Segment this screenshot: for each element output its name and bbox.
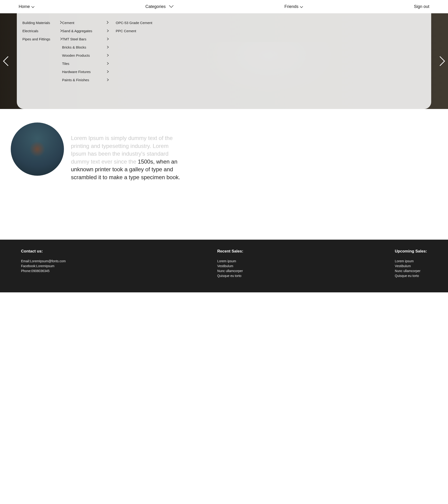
categories-mega-menu: Building Materials Electricals Pipes and… <box>17 13 431 109</box>
footer-upcoming-sales: Upcoming Sales: Lorem ipsum Vestibulum N… <box>395 249 427 278</box>
footer-upcoming-title: Upcoming Sales: <box>395 249 427 254</box>
menu-item-opc53-cement[interactable]: OPC-53 Grade Cement <box>116 20 152 25</box>
nav-home[interactable]: Home <box>19 4 35 9</box>
carousel-next-button[interactable] <box>439 55 446 67</box>
menu-item-tiles[interactable]: Tiles <box>62 61 109 66</box>
menu-item-paints-finishes[interactable]: Paints & Finishes <box>62 77 109 82</box>
nav-categories-label: Categories <box>145 4 166 9</box>
menu-label: Pipes and Fittings <box>22 37 50 41</box>
chevron-right-icon <box>107 78 109 82</box>
menu-label: Tiles <box>62 62 69 66</box>
menu-label: Paints & Finishes <box>62 78 89 82</box>
footer-upcoming-item[interactable]: Lorem ipsum <box>395 259 427 264</box>
menu-item-wooden-products[interactable]: Wooden Products <box>62 53 109 58</box>
footer-recent-item[interactable]: Vestibulum <box>217 264 243 269</box>
footer-upcoming-item[interactable]: Nunc ullamcorper <box>395 269 427 273</box>
chevron-right-icon <box>107 54 109 57</box>
footer-recent-item[interactable]: Quisque eu torto <box>217 273 243 278</box>
menu-item-hardware-fixtures[interactable]: Hardware Fixtures <box>62 69 109 74</box>
footer-contact-email: Email:LoremIpsum@fonts.com <box>21 259 66 264</box>
menu-item-electricals[interactable]: Electricals <box>22 28 62 33</box>
nav-categories[interactable]: Categories <box>145 4 174 9</box>
chevron-right-icon <box>107 21 109 25</box>
menu-item-building-materials[interactable]: Building Materials <box>22 20 62 25</box>
chevron-right-icon <box>107 70 109 74</box>
menu-item-sand-aggregates[interactable]: Sand & Aggregates <box>62 28 109 33</box>
nav-friends-label: Friends <box>285 4 298 9</box>
chevron-right-icon <box>107 29 109 33</box>
menu-item-tmt-steel[interactable]: TMT Steel Bars <box>62 37 109 41</box>
nav-signout-label: Sign out <box>414 4 429 9</box>
chevron-right-icon <box>60 37 62 41</box>
footer-upcoming-item[interactable]: Quisque eu torto <box>395 273 427 278</box>
chevron-down-icon <box>31 4 35 9</box>
menu-label: Building Materials <box>22 21 50 25</box>
footer-contact-facebook: Facebook:LoremIpsum <box>21 264 66 269</box>
nav-signout[interactable]: Sign out <box>414 4 429 9</box>
chevron-right-icon <box>107 37 109 41</box>
chevron-right-icon <box>60 29 62 33</box>
footer-contact: Contact us: Email:LoremIpsum@fonts.com F… <box>21 249 66 278</box>
footer-upcoming-item[interactable]: Vestibulum <box>395 264 427 269</box>
chevron-right-icon <box>60 21 62 25</box>
menu-label: Wooden Products <box>62 54 90 57</box>
chevron-right-icon <box>107 45 109 49</box>
footer-contact-title: Contact us: <box>21 249 66 254</box>
page-footer: Contact us: Email:LoremIpsum@fonts.com F… <box>0 240 448 292</box>
menu-label: Electricals <box>22 29 38 33</box>
top-nav: Home Categories Friends Sign out <box>0 0 448 13</box>
chevron-down-icon <box>300 4 303 9</box>
menu-label: PPC Cement <box>116 29 136 33</box>
chevron-right-icon <box>107 62 109 66</box>
footer-recent-sales: Recent Sales: Lorem ipsum Vestibulum Nun… <box>217 249 243 278</box>
avatar-face <box>29 141 45 157</box>
footer-recent-item[interactable]: Lorem ipsum <box>217 259 243 264</box>
nav-friends[interactable]: Friends <box>285 4 303 9</box>
menu-column-2: Cement Sand & Aggregates TMT Steel Bars … <box>62 20 109 102</box>
footer-contact-phone: Phone:0908036345 <box>21 269 66 273</box>
footer-recent-item[interactable]: Nunc ullamcorper <box>217 269 243 273</box>
chevron-down-icon <box>169 4 174 9</box>
menu-label: Bricks & Blocks <box>62 45 86 49</box>
testimonial-section: Lorem Ipsum is simply dummy text of the … <box>0 109 448 240</box>
menu-label: Cement <box>62 21 74 25</box>
testimonial-avatar <box>11 123 64 176</box>
testimonial-text: Lorem Ipsum is simply dummy text of the … <box>71 123 183 181</box>
menu-label: OPC-53 Grade Cement <box>116 21 152 25</box>
carousel-prev-button[interactable] <box>2 55 9 67</box>
menu-label: Sand & Aggregates <box>62 29 92 33</box>
footer-recent-title: Recent Sales: <box>217 249 243 254</box>
hero-carousel: Building Materials Electricals Pipes and… <box>0 13 448 109</box>
menu-column-3: OPC-53 Grade Cement PPC Cement <box>116 20 152 102</box>
menu-item-cement[interactable]: Cement <box>62 20 109 25</box>
menu-item-pipes-fittings[interactable]: Pipes and Fittings <box>22 37 62 41</box>
menu-item-bricks-blocks[interactable]: Bricks & Blocks <box>62 45 109 50</box>
menu-column-1: Building Materials Electricals Pipes and… <box>22 20 62 102</box>
menu-label: Hardware Fixtures <box>62 70 91 74</box>
nav-home-label: Home <box>19 4 30 9</box>
menu-item-ppc-cement[interactable]: PPC Cement <box>116 28 152 33</box>
menu-label: TMT Steel Bars <box>62 37 86 41</box>
